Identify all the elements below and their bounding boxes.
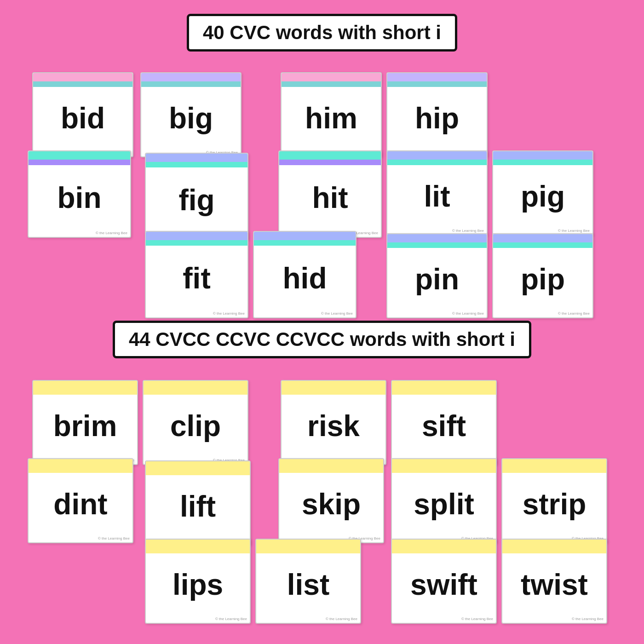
card-brim-bar1 bbox=[33, 381, 137, 389]
card-split-bar1 bbox=[392, 459, 496, 467]
card-pig-word: pig bbox=[493, 165, 592, 228]
card-lit: lit © the Learning Bee bbox=[386, 150, 488, 236]
card-dint: dint © the Learning Bee bbox=[28, 458, 133, 543]
card-split-word: split bbox=[392, 473, 496, 535]
card-fig: fig © the Learning Bee bbox=[145, 153, 248, 240]
card-twist-copyright: © the Learning Bee bbox=[502, 616, 606, 623]
card-dint-copyright: © the Learning Bee bbox=[29, 535, 132, 542]
card-fit-bar2 bbox=[146, 240, 247, 246]
card-strip: strip © the Learning Bee bbox=[501, 458, 607, 543]
card-fig-bar1 bbox=[146, 154, 247, 162]
card-hid-bar2 bbox=[254, 240, 356, 246]
card-lit-word: lit bbox=[387, 165, 487, 228]
card-list-copyright: © the Learning Bee bbox=[256, 616, 360, 623]
cvc-title-section: 40 CVC words with short i bbox=[18, 14, 626, 63]
card-twist: twist © the Learning Bee bbox=[501, 539, 607, 624]
card-list-word: list bbox=[256, 553, 360, 616]
card-clip-word: clip bbox=[144, 395, 247, 457]
card-bin-bar2 bbox=[29, 160, 130, 165]
card-strip-bar2 bbox=[502, 467, 606, 473]
card-risk: risk © the Learning Bee bbox=[281, 380, 386, 465]
card-hid-bar1 bbox=[254, 232, 356, 240]
card-bin-bar1 bbox=[29, 151, 130, 160]
card-fit-word: fit bbox=[146, 246, 247, 310]
card-risk-bar1 bbox=[282, 381, 385, 389]
card-him-bar1 bbox=[282, 73, 381, 81]
card-pin-copyright: © the Learning Bee bbox=[387, 310, 487, 317]
card-hid-copyright: © the Learning Bee bbox=[254, 310, 356, 317]
card-lift-bar1 bbox=[146, 461, 250, 470]
card-fit: fit © the Learning Bee bbox=[145, 231, 248, 318]
card-pin: pin © the Learning Bee bbox=[386, 233, 488, 318]
card-pip-bar2 bbox=[493, 242, 592, 248]
card-hip-bar2 bbox=[387, 81, 487, 87]
card-pip-copyright: © the Learning Bee bbox=[493, 310, 592, 317]
card-pig-bar2 bbox=[493, 160, 592, 165]
card-bid-bar1 bbox=[33, 73, 132, 81]
card-hid: hid © the Learning Bee bbox=[253, 231, 356, 318]
card-risk-bar2 bbox=[282, 389, 385, 395]
card-lips: lips © the Learning Bee bbox=[145, 539, 251, 624]
cvc-card-area: bid © the Learning Bee big © the Learnin… bbox=[18, 72, 626, 311]
card-fit-bar1 bbox=[146, 232, 247, 240]
card-brim: brim © the Learning Bee bbox=[32, 380, 138, 465]
card-strip-bar1 bbox=[502, 459, 606, 467]
card-sift-word: sift bbox=[392, 395, 496, 457]
card-skip-bar2 bbox=[279, 467, 383, 473]
card-hit-bar1 bbox=[279, 151, 381, 160]
cvcc-title-banner: 44 CVCC CCVC CCVCC words with short i bbox=[113, 321, 531, 358]
card-skip: skip © the Learning Bee bbox=[278, 458, 384, 543]
cvcc-card-area: brim © the Learning Bee clip © the Learn… bbox=[18, 380, 626, 601]
cvc-title-banner: 40 CVC words with short i bbox=[187, 14, 457, 52]
page-container: 40 CVC words with short i bid © the Lear… bbox=[0, 0, 644, 644]
card-skip-word: skip bbox=[279, 473, 383, 535]
card-dint-bar2 bbox=[29, 467, 132, 473]
card-hip-word: hip bbox=[387, 87, 487, 150]
card-brim-word: brim bbox=[33, 395, 137, 457]
card-sift: sift © the Learning Bee bbox=[391, 380, 497, 465]
card-swift-bar1 bbox=[392, 540, 496, 548]
card-big-bar1 bbox=[141, 73, 241, 81]
card-list-bar1 bbox=[256, 540, 360, 548]
card-fit-copyright: © the Learning Bee bbox=[146, 310, 247, 317]
card-pip: pip © the Learning Bee bbox=[492, 233, 593, 318]
card-big-word: big bbox=[141, 87, 241, 150]
card-hip-bar1 bbox=[387, 73, 487, 81]
card-lips-word: lips bbox=[146, 553, 250, 616]
card-him-word: him bbox=[282, 87, 381, 150]
card-list-bar2 bbox=[256, 548, 360, 553]
card-twist-word: twist bbox=[502, 553, 606, 616]
card-bid-bar2 bbox=[33, 81, 132, 87]
card-dint-word: dint bbox=[29, 473, 132, 535]
card-bin-copyright: © the Learning Bee bbox=[29, 230, 130, 237]
card-lift: lift © the Learning Bee bbox=[145, 460, 251, 546]
card-lift-bar2 bbox=[146, 470, 250, 475]
card-him: him © the Learning Bee bbox=[281, 72, 382, 157]
card-lips-copyright: © the Learning Bee bbox=[146, 616, 250, 623]
card-hip: hip © the Learning Bee bbox=[386, 72, 488, 157]
card-lips-bar2 bbox=[146, 548, 250, 553]
card-pig-bar1 bbox=[493, 151, 592, 160]
card-pin-bar1 bbox=[387, 234, 487, 242]
card-lit-bar2 bbox=[387, 160, 487, 165]
card-brim-bar2 bbox=[33, 389, 137, 395]
card-big: big © the Learning Bee bbox=[140, 72, 242, 157]
card-bin-word: bin bbox=[29, 165, 130, 230]
card-sift-bar2 bbox=[392, 389, 496, 395]
card-twist-bar1 bbox=[502, 540, 606, 548]
card-lit-bar1 bbox=[387, 151, 487, 160]
card-lift-word: lift bbox=[146, 475, 250, 538]
card-clip: clip © the Learning Bee bbox=[143, 380, 248, 465]
card-hit-bar2 bbox=[279, 160, 381, 165]
card-bid-word: bid bbox=[33, 87, 132, 150]
card-skip-bar1 bbox=[279, 459, 383, 467]
card-sift-bar1 bbox=[392, 381, 496, 389]
card-hit: hit © the Learning Bee bbox=[278, 150, 382, 238]
card-him-bar2 bbox=[282, 81, 381, 87]
card-list: list © the Learning Bee bbox=[255, 539, 361, 624]
card-pig: pig © the Learning Bee bbox=[492, 150, 593, 236]
card-clip-bar1 bbox=[144, 381, 247, 389]
card-pin-bar2 bbox=[387, 242, 487, 248]
card-bid: bid © the Learning Bee bbox=[32, 72, 133, 157]
card-lips-bar1 bbox=[146, 540, 250, 548]
